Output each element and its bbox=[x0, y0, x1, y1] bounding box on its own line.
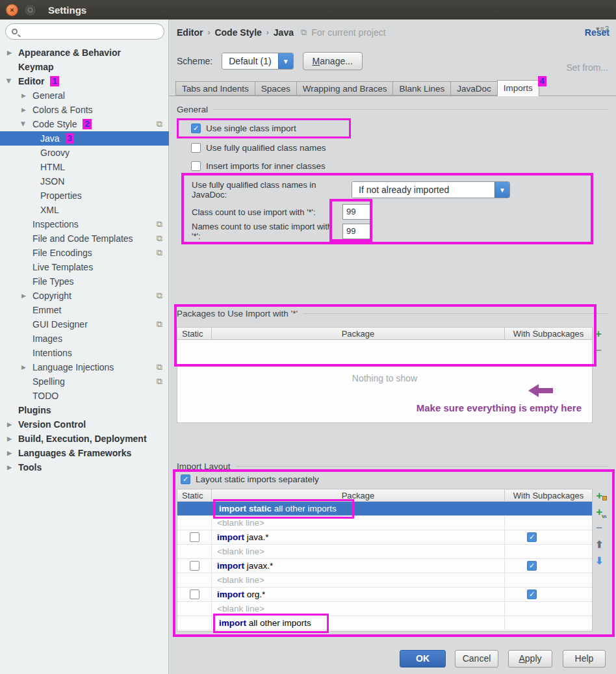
sidebar-item-emmet[interactable]: Emmet bbox=[0, 303, 169, 317]
add-package-button[interactable]: + bbox=[596, 490, 602, 501]
import-rule-row[interactable]: import javax.*✓ bbox=[177, 559, 592, 573]
sidebar-item-file-types[interactable]: File Types bbox=[0, 274, 169, 289]
chevron-right-icon[interactable]: ▶ bbox=[21, 289, 26, 303]
sidebar-item-java[interactable]: Java3 bbox=[0, 131, 169, 146]
column-package[interactable]: Package bbox=[212, 328, 505, 339]
insert-imports-inner-classes-checkbox[interactable] bbox=[191, 161, 201, 171]
maximize-icon[interactable] bbox=[24, 4, 36, 16]
sidebar-item-inspections[interactable]: Inspections⧉ bbox=[0, 217, 169, 231]
remove-button[interactable]: − bbox=[596, 523, 602, 534]
chevron-right-icon[interactable]: ▶ bbox=[7, 460, 12, 474]
use-single-class-import-checkbox[interactable]: ✓ bbox=[191, 123, 201, 133]
sidebar-item-xml[interactable]: XML bbox=[0, 203, 169, 217]
layout-static-separately-row[interactable]: ✓ Layout static imports separately bbox=[181, 474, 319, 484]
add-package-button[interactable]: + bbox=[595, 328, 602, 339]
names-count-field[interactable]: 99 bbox=[342, 224, 372, 239]
sidebar-item-language-injections[interactable]: ▶Language Injections⧉ bbox=[0, 360, 169, 374]
insert-imports-inner-classes-row[interactable]: Insert imports for inner classes bbox=[191, 161, 326, 171]
sidebar-item-live-templates[interactable]: Live Templates bbox=[0, 260, 169, 274]
close-icon[interactable]: × bbox=[6, 4, 18, 16]
blank-line-row[interactable]: <blank line> bbox=[177, 545, 592, 559]
breadcrumb-code-style[interactable]: Code Style bbox=[214, 27, 261, 38]
tab-blank-lines[interactable]: Blank Lines bbox=[392, 81, 450, 96]
sidebar-item-build-execution-deployment[interactable]: ▶Build, Execution, Deployment bbox=[0, 432, 169, 446]
sidebar-item-appearance-behavior[interactable]: ▶Appearance & Behavior bbox=[0, 45, 169, 60]
chevron-down-icon[interactable]: ▶ bbox=[2, 79, 16, 84]
subpackages-checkbox[interactable]: ✓ bbox=[527, 590, 537, 599]
tab-javadoc[interactable]: JavaDoc bbox=[450, 81, 497, 96]
use-single-class-import-row[interactable]: ✓ Use single class import bbox=[191, 123, 296, 133]
ok-button[interactable]: OK bbox=[400, 650, 446, 668]
add-blank-line-button[interactable]: +\n bbox=[596, 506, 602, 517]
sidebar-item-gui-designer[interactable]: GUI Designer⧉ bbox=[0, 317, 169, 331]
sidebar-item-colors-fonts[interactable]: ▶Colors & Fonts bbox=[0, 103, 169, 117]
chevron-down-icon[interactable]: ▶ bbox=[16, 122, 31, 127]
sidebar-item-images[interactable]: Images bbox=[0, 331, 169, 346]
sidebar-item-keymap[interactable]: Keymap bbox=[0, 60, 169, 74]
import-rule-row[interactable]: import java.*✓ bbox=[177, 530, 592, 545]
subpackages-checkbox[interactable]: ✓ bbox=[527, 532, 537, 542]
tab-wrapping-and-braces[interactable]: Wrapping and Braces bbox=[296, 81, 393, 96]
remove-package-button[interactable]: − bbox=[595, 345, 602, 356]
tab-tabs-and-indents[interactable]: Tabs and Indents bbox=[175, 81, 255, 96]
import-rule-row[interactable]: import static all other imports bbox=[177, 502, 592, 516]
sidebar-item-code-style[interactable]: ▶Code Style2⧉ bbox=[0, 117, 169, 131]
set-from-link[interactable]: Set from... bbox=[566, 62, 608, 73]
chevron-right-icon[interactable]: ▶ bbox=[21, 360, 26, 374]
blank-line-row[interactable]: <blank line> bbox=[177, 516, 592, 530]
sidebar-item-groovy[interactable]: Groovy bbox=[0, 146, 169, 160]
chevron-right-icon[interactable]: ▶ bbox=[7, 45, 12, 60]
chevron-right-icon[interactable]: ▶ bbox=[7, 446, 12, 460]
chevron-down-icon[interactable]: ▼ bbox=[494, 182, 509, 198]
sidebar-item-copyright[interactable]: ▶Copyright⧉ bbox=[0, 289, 169, 303]
move-up-button[interactable]: ⬆ bbox=[595, 539, 604, 550]
chevron-right-icon[interactable]: ▶ bbox=[7, 417, 12, 432]
column-with-subpackages[interactable]: With Subpackages bbox=[505, 489, 592, 501]
sidebar-item-intentions[interactable]: Intentions bbox=[0, 346, 169, 360]
sidebar-item-plugins[interactable]: Plugins bbox=[0, 403, 169, 417]
scheme-select[interactable]: Default (1) ▼ bbox=[222, 53, 293, 70]
sidebar-item-spelling[interactable]: Spelling⧉ bbox=[0, 374, 169, 389]
use-fully-qualified-names-checkbox[interactable] bbox=[191, 143, 201, 153]
column-with-subpackages[interactable]: With Subpackages bbox=[505, 328, 592, 339]
sidebar-item-todo[interactable]: TODO bbox=[0, 389, 169, 403]
column-static[interactable]: Static bbox=[177, 328, 212, 339]
breadcrumb-editor[interactable]: Editor bbox=[177, 27, 203, 38]
search-input[interactable] bbox=[5, 23, 164, 40]
sidebar-item-properties[interactable]: Properties bbox=[0, 188, 169, 203]
import-rule-row[interactable]: import all other imports bbox=[177, 616, 592, 630]
help-button[interactable]: Help bbox=[563, 650, 606, 668]
class-count-field[interactable]: 99 bbox=[342, 204, 372, 220]
manage-button[interactable]: Manage... bbox=[303, 52, 363, 70]
chevron-right-icon[interactable]: ▶ bbox=[21, 88, 26, 103]
chevron-down-icon[interactable]: ▼ bbox=[278, 53, 293, 69]
column-static[interactable]: Static bbox=[177, 489, 212, 501]
chevron-right-icon[interactable]: ▶ bbox=[7, 432, 12, 446]
import-rule-row[interactable]: import org.*✓ bbox=[177, 588, 592, 602]
tab-spaces[interactable]: Spaces bbox=[255, 81, 296, 96]
blank-line-row[interactable]: <blank line> bbox=[177, 573, 592, 588]
hidden-tabs-icon[interactable]: ▾≡2 bbox=[596, 25, 610, 33]
apply-button[interactable]: Apply bbox=[508, 650, 552, 668]
tab-imports[interactable]: Imports4 bbox=[497, 80, 539, 96]
sidebar-item-file-and-code-templates[interactable]: File and Code Templates⧉ bbox=[0, 231, 169, 246]
static-checkbox[interactable] bbox=[190, 561, 199, 571]
sidebar-item-file-encodings[interactable]: File Encodings⧉ bbox=[0, 246, 169, 260]
sidebar-item-version-control[interactable]: ▶Version Control bbox=[0, 417, 169, 432]
import-layout-table: Static Package With Subpackages import s… bbox=[177, 489, 593, 632]
sidebar-item-general[interactable]: ▶General bbox=[0, 88, 169, 103]
static-checkbox[interactable] bbox=[190, 590, 199, 599]
sidebar-item-tools[interactable]: ▶Tools bbox=[0, 460, 169, 474]
sidebar-item-editor[interactable]: ▶Editor1 bbox=[0, 74, 169, 88]
sidebar-item-html[interactable]: HTML bbox=[0, 160, 169, 174]
move-down-button[interactable]: ⬇ bbox=[595, 555, 604, 566]
sidebar-item-languages-frameworks[interactable]: ▶Languages & Frameworks bbox=[0, 446, 169, 460]
chevron-right-icon[interactable]: ▶ bbox=[21, 103, 26, 117]
subpackages-checkbox[interactable]: ✓ bbox=[527, 561, 537, 571]
use-fully-qualified-names-row[interactable]: Use fully qualified class names bbox=[191, 143, 326, 153]
sidebar-item-json[interactable]: JSON bbox=[0, 174, 169, 188]
javadoc-qualified-select[interactable]: If not already imported ▼ bbox=[352, 181, 510, 198]
static-checkbox[interactable] bbox=[190, 532, 199, 542]
cancel-button[interactable]: Cancel bbox=[455, 650, 498, 668]
layout-static-separately-checkbox[interactable]: ✓ bbox=[181, 474, 190, 484]
